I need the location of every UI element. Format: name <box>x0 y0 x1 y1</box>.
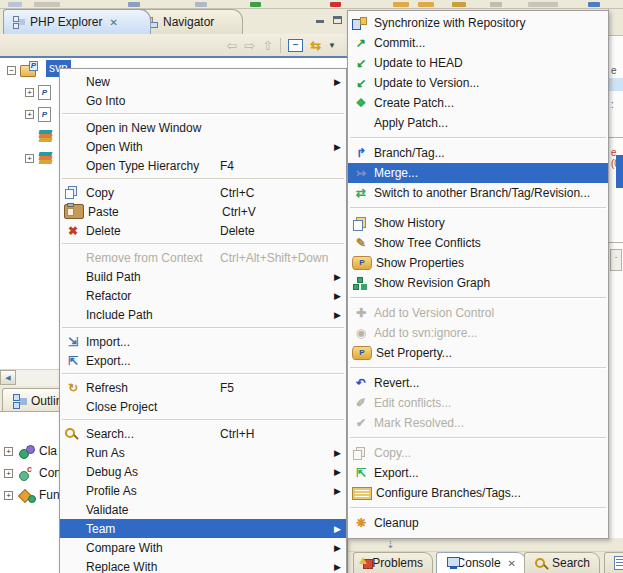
maximize-view-button[interactable] <box>333 16 342 24</box>
menu-item-configure-branches-tags[interactable]: Configure Branches/Tags... <box>348 483 608 503</box>
menu-item-validate[interactable]: Validate <box>60 500 346 519</box>
php-project-icon <box>20 63 38 77</box>
tab-problems[interactable]: Problems <box>353 552 433 573</box>
outline-item-fun[interactable]: +Fun <box>4 486 60 504</box>
menu-item-close-project[interactable]: Close Project <box>60 397 346 416</box>
tab-console[interactable]: Console✕ <box>436 552 526 573</box>
delete-icon: ✖ <box>64 224 82 238</box>
menu-item-label: Edit conflicts... <box>374 396 451 410</box>
menu-item-label: Close Project <box>86 400 220 414</box>
expand-expander[interactable]: + <box>4 491 13 500</box>
svn-ignore-icon: ◉ <box>352 326 370 340</box>
menu-item-open-with[interactable]: Open With▶ <box>60 137 346 156</box>
outline-item-cla[interactable]: +Cla <box>4 442 57 460</box>
revert-icon: ↶ <box>352 376 370 390</box>
menu-item-remove-from-context: Remove from ContextCtrl+Alt+Shift+Down <box>60 248 346 267</box>
tab-search[interactable]: Search <box>524 552 600 573</box>
menu-item-merge[interactable]: ↣Merge... <box>348 163 608 183</box>
menu-item-revert[interactable]: ↶Revert... <box>348 373 608 393</box>
menu-item-label: Commit... <box>374 36 425 50</box>
show-tree-conflicts-icon: ✎ <box>352 236 370 250</box>
search-icon <box>64 427 82 440</box>
menu-item-switch-to-another-branch-tag-revision[interactable]: ⇄Switch to another Branch/Tag/Revision..… <box>348 183 608 203</box>
expand-expander[interactable]: + <box>25 110 34 119</box>
menu-item-refactor[interactable]: Refactor▶ <box>60 286 346 305</box>
menu-item-delete[interactable]: ✖DeleteDelete <box>60 221 346 240</box>
editor-tab-fragment <box>609 9 623 36</box>
tree-row[interactable] <box>25 127 54 145</box>
menu-item-label: Refactor <box>86 289 220 303</box>
import-icon: ⇲ <box>64 335 82 349</box>
menu-item-import[interactable]: ⇲Import... <box>60 332 346 351</box>
expand-expander[interactable]: + <box>25 88 34 97</box>
menu-separator <box>62 419 344 421</box>
menu-item-apply-patch[interactable]: Apply Patch... <box>348 113 608 133</box>
menu-item-show-history[interactable]: Show History <box>348 213 608 233</box>
menu-item-run-as[interactable]: Run As▶ <box>60 443 346 462</box>
menu-item-include-path[interactable]: Include Path▶ <box>60 305 346 324</box>
menu-item-team[interactable]: Team▶ <box>60 519 346 538</box>
outline-item-con[interactable]: +Con <box>4 464 61 482</box>
menu-item-set-property[interactable]: Set Property... <box>348 343 608 363</box>
tree-row[interactable]: − <box>7 61 38 79</box>
menu-item-edit-conflicts: ✐Edit conflicts... <box>348 393 608 413</box>
menu-item-update-to-version[interactable]: ↙Update to Version... <box>348 73 608 93</box>
menu-item-label: Team <box>86 522 220 536</box>
menu-item-refresh[interactable]: ↻RefreshF5 <box>60 378 346 397</box>
menu-item-show-tree-conflicts[interactable]: ✎Show Tree Conflicts <box>348 233 608 253</box>
expand-expander[interactable]: + <box>4 447 13 456</box>
submenu-arrow-icon: ▶ <box>334 77 341 87</box>
menu-item-export[interactable]: ⇱Export... <box>60 351 346 370</box>
link-with-editor-icon[interactable]: ⇆ <box>310 39 321 52</box>
menu-item-label: Validate <box>86 503 220 517</box>
menu-item-show-properties[interactable]: Show Properties <box>348 253 608 273</box>
menu-item-commit[interactable]: ↗Commit... <box>348 33 608 53</box>
expand-expander[interactable]: + <box>25 154 34 163</box>
menu-item-update-to-head[interactable]: ↙Update to HEAD <box>348 53 608 73</box>
menu-item-debug-as[interactable]: Debug As▶ <box>60 462 346 481</box>
menu-item-paste[interactable]: PasteCtrl+V <box>60 202 346 221</box>
menu-item-label: Set Property... <box>376 346 452 360</box>
menu-separator <box>350 437 606 439</box>
menu-item-export[interactable]: ⇱Export... <box>348 463 608 483</box>
menu-item-show-revision-graph[interactable]: Show Revision Graph <box>348 273 608 293</box>
tab-php-explorer[interactable]: PHP Explorer✕ <box>3 9 151 34</box>
console-toolbar-icon[interactable]: ⇣ <box>386 539 394 550</box>
menu-item-new[interactable]: New▶ <box>60 72 346 91</box>
menu-item-go-into[interactable]: Go Into <box>60 91 346 110</box>
scroll-left-button[interactable]: ◀ <box>0 370 16 385</box>
menu-item-profile-as[interactable]: Profile As▶ <box>60 481 346 500</box>
menu-item-build-path[interactable]: Build Path▶ <box>60 267 346 286</box>
console-view-area: ⇣ ProblemsConsole✕SearchTask <box>347 537 623 573</box>
search-tab-icon <box>534 557 547 570</box>
menu-item-synchronize-with-repository[interactable]: Synchronize with Repository <box>348 13 608 33</box>
tree-row[interactable]: + <box>25 83 51 101</box>
menu-item-cleanup[interactable]: ❋Cleanup <box>348 513 608 533</box>
close-icon[interactable]: ✕ <box>508 558 516 569</box>
tab-navigator[interactable]: Navigator <box>135 9 243 34</box>
editor-background-strip: e:e (0. <box>608 9 623 537</box>
menu-item-search[interactable]: Search...Ctrl+H <box>60 424 346 443</box>
menu-item-open-type-hierarchy[interactable]: Open Type HierarchyF4 <box>60 156 346 175</box>
collapse-all-icon[interactable]: − <box>288 39 303 52</box>
view-menu-icon[interactable]: ▼ <box>328 39 336 52</box>
collapse-expander[interactable]: − <box>7 66 16 75</box>
constants-icon <box>18 467 34 480</box>
menu-item-label: Refresh <box>86 381 220 395</box>
menu-item-disconnect[interactable]: Disconnect... <box>348 533 608 539</box>
menu-item-open-in-new-window[interactable]: Open in New Window <box>60 118 346 137</box>
menu-item-compare-with[interactable]: Compare With▶ <box>60 538 346 557</box>
expand-expander[interactable]: + <box>4 469 13 478</box>
copy-icon <box>64 186 82 199</box>
menu-item-branch-tag[interactable]: ↱Branch/Tag... <box>348 143 608 163</box>
close-icon[interactable]: ✕ <box>109 17 117 28</box>
tree-row[interactable]: + <box>25 149 54 167</box>
outline-item-label: Con <box>39 466 61 480</box>
tab-task[interactable]: Task <box>604 552 623 573</box>
tree-row[interactable]: + <box>25 105 51 123</box>
toolbar-icon-fragment <box>528 2 558 7</box>
menu-item-replace-with[interactable]: Replace With▶ <box>60 557 346 573</box>
minimize-view-button[interactable] <box>316 16 325 24</box>
menu-item-copy[interactable]: CopyCtrl+C <box>60 183 346 202</box>
menu-item-create-patch[interactable]: ❖Create Patch... <box>348 93 608 113</box>
